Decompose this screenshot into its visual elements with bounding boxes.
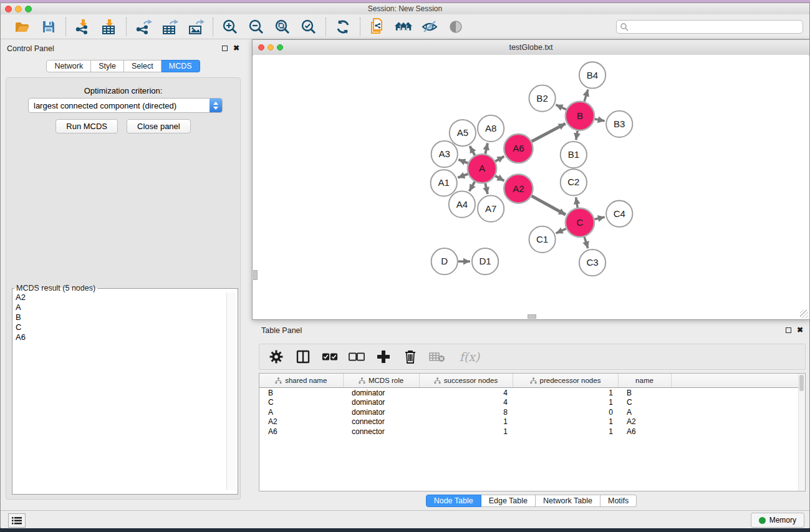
graph-node-A8[interactable]: A8 — [478, 115, 504, 142]
delete-column-trash-icon[interactable] — [402, 349, 418, 365]
graph-node-B1[interactable]: B1 — [561, 142, 587, 168]
graph-node-A7[interactable]: A7 — [478, 196, 504, 222]
criterion-value: largest connected component (directed) — [29, 101, 210, 110]
copy-network-document-icon[interactable] — [368, 18, 387, 36]
table-cell: C — [618, 398, 671, 408]
table-row[interactable]: A6connector11A6 — [259, 427, 805, 437]
graph-node-A4[interactable]: A4 — [449, 191, 475, 218]
graph-node-A1[interactable]: A1 — [431, 170, 457, 196]
tab-network-table[interactable]: Network Table — [536, 495, 600, 507]
graph-node-D1[interactable]: D1 — [472, 248, 498, 274]
graph-node-B4[interactable]: B4 — [579, 62, 605, 88]
graph-node-C4[interactable]: C4 — [606, 201, 632, 227]
graph-node-A6[interactable]: A6 — [504, 134, 533, 163]
close-table-panel-icon[interactable]: ✖ — [797, 327, 803, 333]
table-settings-gear-icon[interactable] — [268, 349, 284, 365]
graph-node-C[interactable]: C — [566, 208, 594, 237]
run-mcds-button[interactable]: Run MCDS — [55, 119, 118, 133]
graph-node-C2[interactable]: C2 — [561, 169, 587, 195]
graph-node-A2[interactable]: A2 — [504, 174, 533, 203]
function-builder-icon[interactable]: f(x) — [456, 349, 483, 365]
column-header-name[interactable]: name — [618, 374, 671, 388]
svg-text:A4: A4 — [456, 199, 468, 210]
delete-table-icon[interactable] — [429, 349, 445, 365]
refresh-icon[interactable] — [334, 18, 352, 36]
graph-node-D[interactable]: D — [432, 248, 458, 274]
result-scrollbar[interactable] — [226, 293, 236, 490]
home-views-icon[interactable] — [394, 18, 413, 36]
table-cell: A2 — [259, 417, 343, 427]
graph-node-B3[interactable]: B3 — [606, 111, 632, 137]
criterion-dropdown[interactable]: largest connected component (directed) — [28, 98, 223, 113]
export-image-icon[interactable] — [186, 18, 205, 36]
graph-node-A3[interactable]: A3 — [432, 141, 458, 167]
memory-status-icon — [759, 517, 766, 524]
svg-text:D: D — [441, 256, 448, 266]
column-header-predecessor-nodes[interactable]: predecessor nodes — [513, 374, 618, 388]
export-network-icon[interactable] — [134, 18, 153, 36]
network-hscroll-thumb[interactable] — [528, 314, 536, 319]
save-icon[interactable] — [39, 18, 58, 36]
import-table-icon[interactable] — [100, 18, 118, 36]
open-folder-icon[interactable] — [13, 18, 32, 36]
svg-text:A5: A5 — [457, 127, 468, 138]
app-titlebar: Session: New Session — [1, 3, 809, 15]
column-header-successor-nodes[interactable]: successor nodes — [419, 374, 513, 388]
resize-gripper[interactable] — [800, 310, 808, 318]
optimization-criterion-label: Optimization criterion: — [6, 86, 240, 95]
svg-text:D1: D1 — [479, 256, 491, 266]
network-canvas[interactable]: B4B2BB3A8A5A6A3B1AA1C2A2A4A7C4CC1DD1C3 — [253, 55, 809, 319]
graph-node-A[interactable]: A — [468, 154, 496, 183]
show-columns-icon[interactable] — [295, 349, 311, 365]
zoom-fit-icon[interactable] — [273, 18, 292, 36]
zoom-out-icon[interactable] — [247, 18, 266, 36]
graph-node-C1[interactable]: C1 — [529, 226, 555, 253]
svg-text:B3: B3 — [614, 118, 625, 129]
network-vscroll-thumb[interactable] — [253, 270, 258, 280]
mcds-result-title: MCDS result (5 nodes) — [14, 284, 97, 293]
tab-edge-table[interactable]: Edge Table — [481, 495, 536, 507]
desktop-bottom-strip — [0, 528, 810, 532]
column-header-MCDS-role[interactable]: MCDS role — [343, 374, 419, 388]
svg-text:A6: A6 — [513, 143, 524, 153]
tab-node-table[interactable]: Node Table — [426, 495, 481, 507]
table-cell: 4 — [419, 398, 513, 408]
table-cell: 1 — [419, 417, 513, 427]
close-panel-button[interactable]: Close panel — [127, 119, 191, 133]
graph-node-A5[interactable]: A5 — [450, 120, 476, 146]
import-network-icon[interactable] — [74, 18, 92, 36]
export-table-icon[interactable] — [160, 18, 179, 36]
show-graphics-eye-icon[interactable] — [446, 18, 465, 36]
float-panel-icon[interactable] — [222, 46, 228, 51]
add-column-icon[interactable] — [375, 349, 392, 365]
hide-graphics-eye-icon[interactable] — [420, 18, 439, 36]
graph-edge-B-B1 — [576, 131, 577, 140]
graph-node-B2[interactable]: B2 — [529, 85, 555, 112]
tab-style[interactable]: Style — [91, 60, 124, 72]
graph-node-C3[interactable]: C3 — [579, 249, 605, 276]
graph-node-B[interactable]: B — [566, 102, 594, 130]
close-panel-icon[interactable]: ✖ — [233, 45, 239, 51]
deselect-all-checkboxes-icon[interactable] — [349, 349, 365, 365]
tab-mcds[interactable]: MCDS — [162, 60, 200, 72]
table-row[interactable]: Bdominator41B — [259, 388, 805, 398]
table-row[interactable]: Adominator80A — [259, 407, 805, 417]
tab-select[interactable]: Select — [124, 60, 162, 72]
dropdown-stepper-icon — [210, 99, 222, 112]
table-scrollbar[interactable] — [798, 374, 805, 491]
graph-edge-A-A5 — [470, 146, 475, 155]
list-icon — [12, 516, 22, 525]
task-history-button[interactable] — [8, 513, 26, 528]
tab-motifs[interactable]: Motifs — [600, 495, 637, 507]
memory-button[interactable]: Memory — [751, 513, 804, 528]
search-input[interactable] — [629, 22, 803, 32]
tab-network[interactable]: Network — [46, 60, 91, 72]
table-row[interactable]: Cdominator41C — [259, 398, 805, 408]
table-row[interactable]: A2connector11A2 — [259, 417, 805, 427]
column-header-shared-name[interactable]: shared name — [259, 374, 343, 388]
float-table-panel-icon[interactable] — [786, 327, 791, 333]
zoom-selected-icon[interactable] — [299, 18, 318, 36]
zoom-in-icon[interactable] — [221, 18, 239, 36]
select-all-checkboxes-icon[interactable] — [322, 349, 338, 365]
svg-text:A3: A3 — [438, 148, 450, 159]
